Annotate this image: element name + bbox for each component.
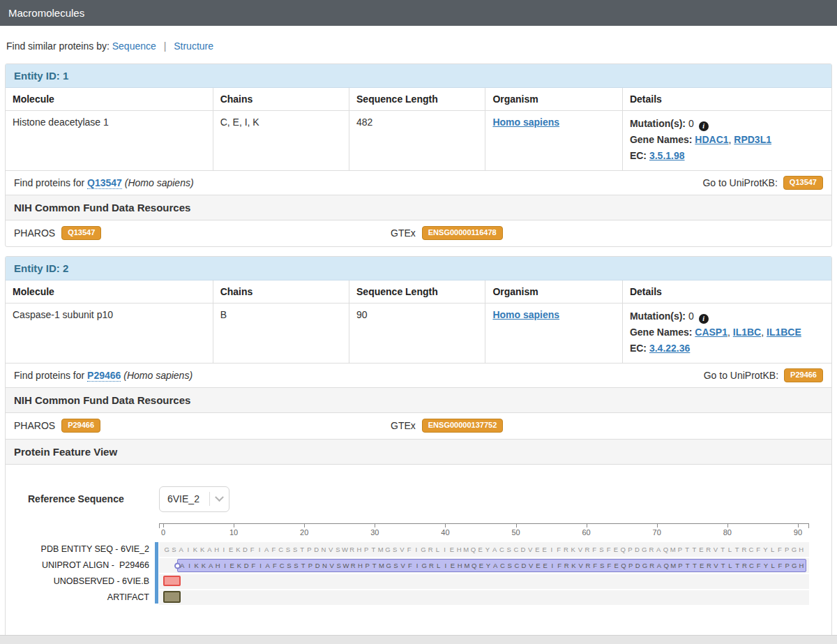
details-cell: Mutation(s): 0 i Gene Names: HDAC1, RPD3… — [622, 111, 831, 171]
nih-resources-header: NIH Common Fund Data Resources — [6, 387, 831, 413]
find-similar-label: Find similar proteins by: — [6, 40, 110, 52]
uniprotkb-label: Go to UniProtKB: — [702, 177, 777, 188]
gene-names-label: Gene Names: — [630, 327, 692, 338]
accession-link[interactable]: P29466 — [87, 370, 121, 382]
ruler-tick-label: 80 — [723, 528, 732, 537]
protein-feature-view: Reference Sequence 6VIE_2 01020304050607… — [6, 465, 831, 641]
pharos-badge[interactable]: P29466 — [61, 419, 100, 433]
ruler-tick-label: 70 — [653, 528, 661, 537]
table-row: Caspase-1 subunit p10 B 90 Homo sapiens … — [6, 304, 831, 364]
mutations-value: 0 — [688, 310, 694, 322]
chains-cell: C, E, I, K — [213, 111, 349, 171]
gene-names-links: CASP1, IL1BC, IL1BCE — [695, 327, 801, 338]
uniprot-sequence: AIKKAHIEKDFIAFCSSTPDNVSWRHPTMGSVFIGRLIEH… — [179, 560, 805, 571]
chains-cell: B — [213, 304, 349, 364]
gene-link[interactable]: RPD3L1 — [734, 134, 771, 145]
organism-cell: Homo sapiens — [485, 111, 623, 171]
feature-track-row: UNOBSERVED - 6VIE.B — [6, 574, 831, 589]
ruler-tick-label: 90 — [794, 528, 802, 537]
sequence-link[interactable]: Sequence — [112, 40, 156, 52]
pharos-label: PHAROS — [14, 227, 55, 239]
nih-resources-row: PHAROS P29466 GTEx ENSG00000137752 — [6, 413, 831, 439]
unobserved-box[interactable] — [163, 576, 181, 586]
gtex-badge[interactable]: ENSG00000137752 — [422, 419, 503, 433]
find-proteins-organism: (Homo sapiens) — [125, 177, 194, 188]
track-label: UNOBSERVED - 6VIE.B — [6, 574, 149, 589]
gene-link[interactable]: IL1BC — [733, 327, 761, 338]
ec-link[interactable]: 3.5.1.98 — [649, 150, 685, 161]
pdb-entity-sequence: GSAIKKAHIEKDFIAFCSSTPDNVSWRHPTMGSVFIGRLI… — [163, 542, 805, 557]
ruler-tick-label: 0 — [161, 528, 165, 537]
table-row: Histone deacetylase 1 C, E, I, K 482 Hom… — [6, 111, 831, 171]
col-molecule: Molecule — [6, 280, 213, 304]
entity-2-table: Molecule Chains Sequence Length Organism… — [6, 280, 831, 363]
find-proteins-row: Find proteins for Q13547 (Homo sapiens) … — [6, 170, 831, 195]
molecule-cell: Histone deacetylase 1 — [6, 111, 213, 171]
col-organism: Organism — [485, 280, 623, 304]
pharos-badge[interactable]: Q13547 — [61, 226, 101, 240]
table-header-row: Molecule Chains Sequence Length Organism… — [6, 280, 831, 304]
gene-link[interactable]: CASP1 — [695, 327, 727, 338]
entity-1-table: Molecule Chains Sequence Length Organism… — [6, 88, 831, 170]
dropdown-divider — [209, 492, 210, 506]
uniprotkb-badge[interactable]: Q13547 — [783, 176, 823, 190]
track-label: ARTIFACT — [6, 590, 149, 605]
ruler-tick-label: 10 — [229, 528, 238, 537]
ec-label: EC: — [630, 150, 647, 161]
structure-link[interactable]: Structure — [174, 40, 213, 52]
ruler-edge-tick — [159, 523, 160, 528]
col-organism: Organism — [485, 88, 623, 111]
gtex-label: GTEx — [391, 420, 416, 431]
mutations-label: Mutation(s): — [630, 118, 686, 129]
find-proteins-organism: (Homo sapiens) — [123, 370, 193, 381]
sequence-length-cell: 482 — [349, 111, 485, 171]
ec-link[interactable]: 3.4.22.36 — [649, 343, 690, 354]
link-divider: | — [164, 40, 167, 52]
track-aligned-sequence[interactable]: AIKKAHIEKDFIAFCSSTPDNVSWRHPTMGSVFIGRLIEH… — [159, 558, 809, 573]
viewer-left-scrollbar[interactable] — [155, 542, 158, 604]
gene-link[interactable]: IL1BCE — [767, 327, 801, 338]
organism-link[interactable]: Homo sapiens — [492, 309, 559, 320]
mutations-label: Mutation(s): — [630, 310, 686, 322]
ec-label: EC: — [630, 343, 647, 354]
protein-feature-view-header: Protein Feature View — [6, 439, 831, 465]
uniprotkb-label: Go to UniProtKB: — [704, 370, 778, 381]
organism-link[interactable]: Homo sapiens — [492, 117, 559, 128]
details-cell: Mutation(s): 0 i Gene Names: CASP1, IL1B… — [622, 304, 831, 364]
ruler-tick — [304, 523, 305, 527]
reference-sequence-label: Reference Sequence — [28, 493, 137, 504]
entity-1-heading: Entity ID: 1 — [6, 64, 831, 88]
track-box[interactable] — [159, 574, 809, 589]
nih-resources-row: PHAROS Q13547 GTEx ENSG00000116478 — [6, 220, 831, 246]
col-details: Details — [622, 280, 831, 304]
entity-2-heading: Entity ID: 2 — [6, 257, 831, 280]
ruler-tick — [798, 523, 799, 527]
gtex-badge[interactable]: ENSG00000116478 — [422, 226, 503, 240]
find-proteins-label: Find proteins for — [14, 370, 84, 381]
info-icon[interactable]: i — [699, 121, 709, 131]
col-sequence-length: Sequence Length — [349, 280, 485, 304]
find-similar-row: Find similar proteins by: Sequence | Str… — [6, 40, 830, 52]
info-icon[interactable]: i — [699, 314, 709, 324]
gene-names-links: HDAC1, RPD3L1 — [695, 134, 771, 145]
chevron-down-icon — [215, 493, 224, 502]
uniprotkb-badge[interactable]: P29466 — [784, 368, 823, 382]
organism-cell: Homo sapiens — [485, 304, 623, 364]
accession-link[interactable]: Q13547 — [87, 177, 122, 189]
reference-sequence-select[interactable]: 6VIE_2 — [159, 486, 229, 512]
table-header-row: Molecule Chains Sequence Length Organism… — [6, 88, 831, 111]
uniprot-alignment-bar[interactable]: AIKKAHIEKDFIAFCSSTPDNVSWRHPTMGSVFIGRLIEH… — [177, 559, 806, 572]
track-label: UNIPROT ALIGN - P29466 — [6, 558, 149, 573]
pharos-label: PHAROS — [14, 420, 55, 431]
ruler-tick — [587, 523, 587, 527]
gene-link[interactable]: HDAC1 — [695, 134, 728, 145]
track-sequence[interactable]: GSAIKKAHIEKDFIAFCSSTPDNVSWRHPTMGSVFIGRLI… — [159, 542, 809, 557]
ruler-tick — [727, 523, 728, 527]
col-sequence-length: Sequence Length — [349, 88, 485, 111]
molecule-cell: Caspase-1 subunit p10 — [6, 304, 213, 364]
macromolecules-section-bar: Macromolecules — [0, 0, 837, 26]
track-box[interactable] — [159, 590, 809, 605]
entity-1-title: Entity ID: 1 — [14, 70, 68, 82]
entity-2-panel: Entity ID: 2 Molecule Chains Sequence Le… — [5, 256, 832, 642]
artifact-box[interactable] — [163, 591, 181, 603]
